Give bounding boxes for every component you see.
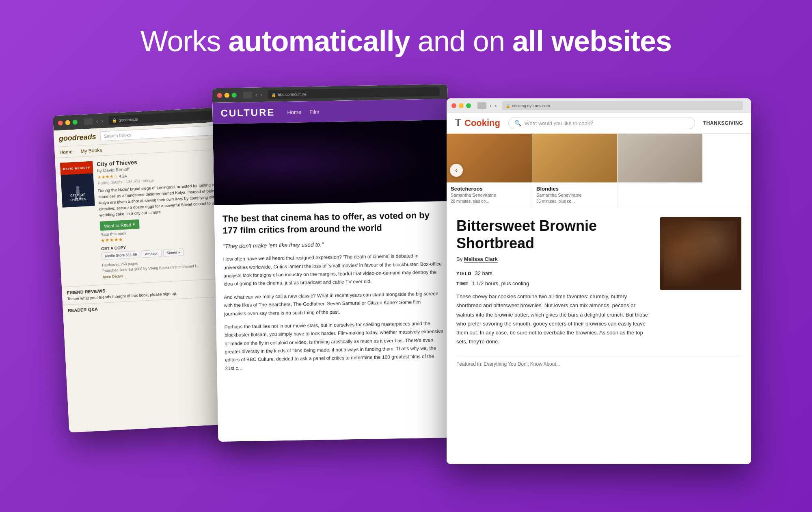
goodreads-search-text: Search books (104, 132, 131, 139)
nyt-thanksgiving-label[interactable]: THANKSGIVING (703, 120, 743, 126)
third-recipe-info (618, 182, 702, 189)
browser-culture: ‹ › 🔒 bbc.com/culture CULTURE Home Film (212, 84, 454, 442)
nyt-search-bar[interactable]: 🔍 What would you like to cook? (508, 117, 695, 129)
book-cover-red-band: DAVID BENIOFF (60, 161, 93, 175)
nyt-cooking-label: Cooking (464, 118, 500, 128)
culture-tab-icon (243, 91, 252, 98)
culture-domain: bbc.com/culture (278, 92, 307, 97)
nyt-recipe-description: These chewy bar cookies combine two all-… (456, 292, 652, 346)
nyt-search-placeholder: What would you like to cook? (525, 120, 593, 126)
culture-quote: "They don't make 'em like they used to." (223, 239, 442, 249)
nyt-forward[interactable]: › (495, 102, 497, 109)
main-headline: Works automatically and on all websites (140, 24, 672, 58)
culture-nav: Home Film (287, 108, 319, 115)
culture-content: CULTURE Home Film The best that cinema h… (212, 99, 454, 442)
tab-icon (84, 118, 93, 125)
nyt-byline-author[interactable]: Melissa Clark (464, 256, 498, 263)
nyt-logo: 𝕋 Cooking (455, 118, 500, 128)
want-to-read-button[interactable]: Want to Read ▾ (100, 219, 140, 231)
nyt-recipe-details: Bittersweet Brownie Shortbread By Meliss… (456, 217, 652, 346)
culture-nav-home[interactable]: Home (287, 109, 301, 115)
nyt-domain: cooking.nytimes.com (512, 104, 550, 108)
nyt-time-row: TIME 1 1/2 hours, plus cooling (456, 280, 652, 286)
culture-tl-red[interactable] (217, 93, 222, 98)
address-bar-nyt[interactable]: 🔒 cooking.nytimes.com (502, 101, 743, 110)
nyt-yield-label: YIELD (456, 271, 471, 276)
culture-paragraph-2: And what can we really call a new classi… (224, 289, 443, 318)
nyt-yield-value: 32 bars (475, 270, 492, 276)
nyt-recipe-image (660, 217, 741, 290)
traffic-light-yellow[interactable] (65, 120, 71, 125)
culture-browser-controls: ‹ › (243, 91, 263, 98)
nyt-tl-red[interactable] (451, 103, 456, 108)
nyt-featured: Featured in: Everything You Don't Know A… (447, 356, 751, 373)
nyt-time-value: 1 1/2 hours, plus cooling (472, 280, 529, 286)
amazon-button[interactable]: Amazon (142, 249, 162, 258)
browser-chrome-nyt: ‹ › 🔒 cooking.nytimes.com (447, 98, 751, 113)
svg-rect-2 (75, 196, 77, 199)
blondies-author: Samantha Seneviratne (536, 193, 613, 197)
figure-silhouette (72, 185, 84, 200)
goodreads-logo: goodreads (58, 132, 96, 143)
culture-hero-overlay (213, 120, 449, 205)
nyt-search-icon: 🔍 (514, 120, 521, 126)
nyt-pretzel-icon: 𝕋 (455, 118, 461, 128)
culture-tl-green[interactable] (232, 93, 237, 98)
culture-forward[interactable]: › (260, 91, 262, 98)
blondies-image (532, 134, 617, 182)
stores-button[interactable]: Stores » (163, 248, 184, 257)
book-cover: DAVID BENIOFF CITY OFTHIEVES (60, 161, 95, 208)
culture-back[interactable]: ‹ (255, 91, 257, 98)
culture-nav-film[interactable]: Film (309, 108, 320, 115)
culture-logo: CULTURE (220, 106, 275, 119)
nyt-recipe-title: Bittersweet Brownie Shortbread (456, 217, 652, 252)
headline-bold1: automatically (229, 25, 410, 57)
want-to-read-label: Want to Read (104, 222, 131, 228)
nyt-yield-row: YIELD 32 bars (456, 270, 652, 276)
svg-point-0 (76, 186, 79, 189)
goodreads-nav-mybooks[interactable]: My Books (80, 147, 102, 154)
nyt-time-label: TIME (456, 281, 469, 286)
back-arrow[interactable]: ‹ (96, 118, 98, 124)
recipes-prev-arrow[interactable]: ‹ (450, 164, 463, 177)
nyt-tl-green[interactable] (466, 103, 471, 108)
nyt-featured-text: Featured in: Everything You Don't Know A… (456, 356, 741, 367)
nyt-browser-controls: ‹ › (477, 102, 497, 109)
nyt-content: 𝕋 Cooking 🔍 What would you like to cook?… (447, 113, 751, 464)
traffic-light-green[interactable] (72, 119, 78, 125)
goodreads-nav-home[interactable]: Home (59, 149, 73, 155)
nyt-byline: By Melissa Clark (456, 256, 652, 262)
lock-icon: 🔒 (112, 118, 117, 123)
blondies-title: Blondies (536, 186, 613, 192)
svg-rect-1 (76, 189, 80, 195)
browser-nyt: ‹ › 🔒 cooking.nytimes.com 𝕋 Cooking 🔍 Wh… (447, 98, 751, 464)
scotcheroos-info: Scotcheroos Samantha Seneviratne 20 minu… (447, 182, 532, 207)
culture-paragraph-1: How often have we all heard that resigne… (223, 251, 443, 288)
recipe-card-blondies[interactable]: Blondies Samantha Seneviratne 35 minutes… (532, 134, 617, 207)
browsers-container: ‹ › 🔒 goodreads goodreads Search books H… (61, 86, 751, 472)
address-bar-culture[interactable]: 🔒 bbc.com/culture (268, 87, 440, 99)
culture-lock-icon: 🔒 (271, 92, 276, 97)
headline-bold2: all websites (512, 25, 672, 57)
scotcheroos-title: Scotcheroos (451, 186, 528, 192)
forward-arrow[interactable]: › (101, 117, 104, 124)
culture-body: The best that cinema has to offer, as vo… (214, 201, 453, 386)
book-cover-author: DAVID BENIOFF (63, 166, 90, 170)
domain-goodreads: goodreads (119, 117, 138, 122)
nyt-tl-yellow[interactable] (459, 103, 464, 108)
culture-tl-yellow[interactable] (225, 93, 229, 98)
nyt-header: 𝕋 Cooking 🔍 What would you like to cook?… (447, 113, 751, 134)
nyt-lock-icon: 🔒 (505, 104, 510, 108)
scotcheroos-time: 20 minutes, plus co... (451, 199, 528, 204)
browser-controls: ‹ › (84, 117, 103, 125)
headline-prefix: Works (140, 25, 229, 57)
nyt-main-content: Bittersweet Brownie Shortbread By Meliss… (447, 207, 751, 356)
nyt-recipe-image-inner (660, 217, 741, 290)
svg-rect-3 (79, 195, 81, 199)
headline-middle: and on (410, 25, 512, 57)
scotcheroos-author: Samantha Seneviratne (451, 193, 528, 197)
traffic-light-red[interactable] (58, 120, 63, 126)
nyt-back[interactable]: ‹ (490, 102, 492, 109)
kindle-button[interactable]: Kindle Store $11.99 (102, 251, 140, 260)
recipe-card-third[interactable] (617, 134, 702, 207)
